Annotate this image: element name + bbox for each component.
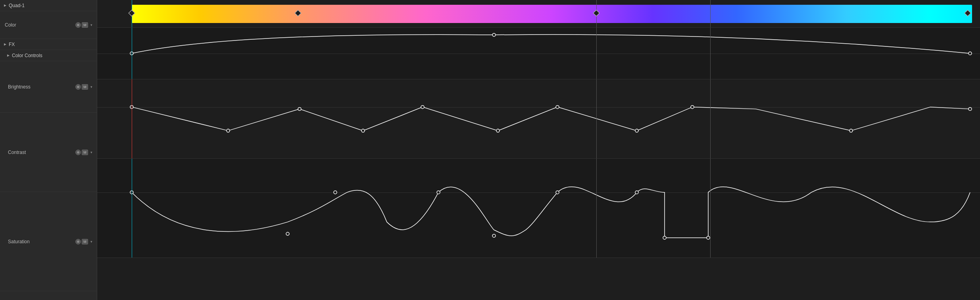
saturation-dot-inner [77, 240, 79, 243]
brightness-m-button[interactable]: M [82, 84, 88, 90]
color-bar-row [97, 0, 980, 28]
color-m-button[interactable]: M [82, 22, 88, 28]
quad1-label: Quad-1 [9, 3, 25, 8]
brightness-cyan-line [132, 28, 132, 79]
left-panel: Quad-1 Color M ▾ FX Color Controls Brigh… [0, 0, 97, 300]
brightness-curve-svg [97, 28, 980, 79]
contrast-chevron-icon: ▾ [90, 150, 92, 154]
brightness-dot-button[interactable] [75, 84, 81, 90]
color-label: Color [5, 22, 75, 28]
svg-point-10 [421, 106, 424, 109]
contrast-controls: M ▾ [75, 150, 94, 155]
brightness-sep-1 [596, 28, 597, 79]
svg-point-23 [635, 191, 638, 194]
saturation-controls: M ▾ [75, 239, 94, 244]
separator-line-2 [710, 0, 711, 27]
color-property-row: Color M ▾ [0, 11, 97, 39]
svg-point-19 [334, 191, 337, 194]
saturation-chevron-button[interactable]: ▾ [89, 239, 94, 244]
color-dot-button[interactable] [75, 22, 81, 28]
svg-point-7 [227, 129, 230, 132]
color-dot-inner [77, 24, 79, 26]
contrast-sep-2 [710, 79, 711, 158]
color-controls-collapse-icon [6, 54, 10, 58]
contrast-curve-row [97, 79, 980, 159]
brightness-controls: M ▾ [75, 84, 94, 90]
brightness-chevron-icon: ▾ [90, 85, 92, 89]
contrast-chevron-button[interactable]: ▾ [89, 150, 94, 155]
fx-header[interactable]: FX [0, 39, 97, 50]
svg-point-16 [968, 108, 972, 111]
contrast-row: Contrast M ▾ [0, 113, 97, 192]
color-controls-header[interactable]: Color Controls [0, 50, 97, 61]
svg-point-8 [298, 108, 301, 111]
svg-marker-1 [4, 43, 6, 46]
quad1-collapse-icon [3, 4, 7, 8]
fx-collapse-icon [3, 42, 7, 46]
color-controls-group: M ▾ [75, 22, 94, 28]
svg-point-18 [286, 232, 289, 235]
quad1-header[interactable]: Quad-1 [0, 0, 97, 11]
svg-point-13 [635, 129, 638, 132]
color-controls-label: Color Controls [12, 53, 42, 58]
brightness-chevron-button[interactable]: ▾ [89, 85, 94, 89]
saturation-curve-row [97, 159, 980, 258]
contrast-curve-svg [97, 79, 980, 158]
saturation-curve-svg [97, 159, 980, 258]
svg-point-25 [707, 236, 710, 239]
saturation-label: Saturation [8, 239, 75, 244]
svg-point-22 [556, 191, 559, 194]
brightness-row: Brightness M ▾ [0, 61, 97, 113]
saturation-row: Saturation M ▾ [0, 192, 97, 291]
saturation-cyan-line [132, 159, 132, 258]
saturation-sep-2 [710, 159, 711, 258]
svg-point-24 [663, 236, 666, 239]
fx-label: FX [9, 42, 15, 47]
contrast-label: Contrast [8, 150, 75, 155]
color-gradient-bar[interactable] [132, 5, 972, 23]
color-chevron-icon: ▾ [90, 23, 92, 27]
brightness-dot-inner [77, 86, 79, 88]
svg-point-14 [691, 106, 694, 109]
brightness-sep-2 [710, 28, 711, 79]
saturation-m-button[interactable]: M [82, 239, 88, 244]
svg-point-4 [492, 33, 496, 37]
svg-point-9 [361, 129, 365, 132]
svg-marker-2 [7, 54, 10, 57]
svg-point-5 [968, 52, 972, 55]
contrast-m-button[interactable]: M [82, 150, 88, 155]
svg-point-15 [849, 129, 853, 132]
contrast-red-line [132, 79, 132, 158]
saturation-sep-1 [596, 159, 597, 258]
svg-point-20 [437, 191, 440, 194]
svg-point-11 [496, 129, 500, 132]
saturation-chevron-icon: ▾ [90, 240, 92, 244]
svg-point-21 [492, 234, 496, 237]
svg-point-12 [556, 106, 559, 109]
right-panel [97, 0, 980, 300]
svg-marker-0 [4, 4, 6, 7]
contrast-sep-1 [596, 79, 597, 158]
brightness-label: Brightness [8, 84, 75, 90]
color-chevron-button[interactable]: ▾ [89, 23, 94, 27]
saturation-dot-button[interactable] [75, 239, 81, 244]
contrast-dot-button[interactable] [75, 150, 81, 155]
contrast-dot-inner [77, 151, 79, 154]
brightness-curve-row [97, 28, 980, 79]
